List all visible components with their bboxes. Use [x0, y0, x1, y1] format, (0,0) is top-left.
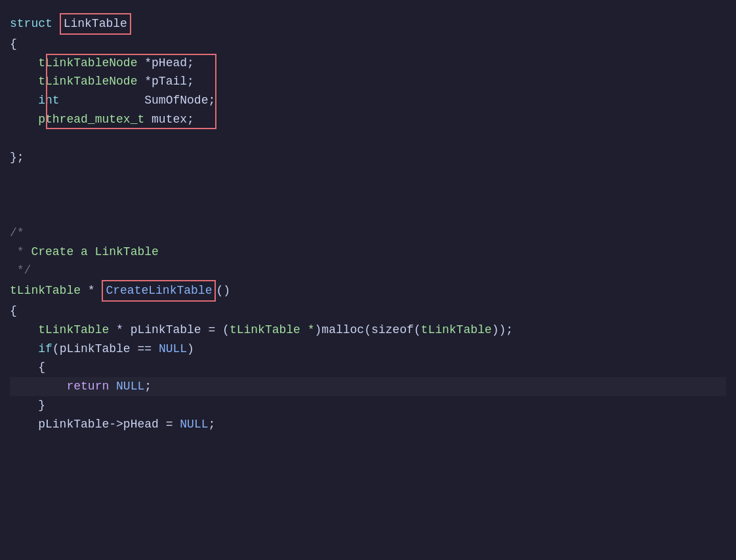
type-tlinktable: tLinkTable	[38, 321, 109, 340]
line-empty-4	[10, 205, 726, 224]
close-paren-cast: )	[315, 321, 322, 340]
null-3: NULL	[180, 415, 208, 434]
struct-name-boxed: LinkTable	[60, 13, 131, 35]
line-brace-open-1: {	[10, 35, 726, 54]
semi-1: ;	[187, 54, 194, 73]
comment-star: *	[10, 243, 31, 262]
line-malloc: tLinkTable * pLinkTable = (tLinkTable *)…	[10, 321, 726, 340]
field-phead: pHead	[152, 54, 187, 73]
line-if: if(pLinkTable == NULL)	[10, 340, 726, 359]
line-field-sum: int SumOfNode;	[10, 91, 726, 110]
if-paren-open: (	[52, 340, 60, 359]
return-type: tLinkTable	[10, 281, 81, 300]
line-field-ptail: tLinkTableNode *pTail;	[10, 72, 726, 91]
cast-type: tLinkTable *	[230, 321, 315, 340]
space-star: *	[81, 281, 102, 300]
spacing-int	[60, 91, 145, 110]
close-brace-semi-1: };	[10, 148, 24, 167]
indent	[10, 72, 38, 91]
semi-return: ;	[144, 377, 152, 396]
line-inner-brace-close: }	[10, 396, 726, 415]
indent	[10, 110, 38, 129]
space-star-2: *	[109, 321, 130, 340]
keyword-struct: struct	[10, 14, 60, 33]
field-phead-2: pHead	[123, 415, 159, 434]
indent	[10, 358, 38, 377]
ptr-1: *	[137, 54, 152, 73]
keyword-return: return	[66, 377, 109, 396]
semi-4: ;	[187, 110, 194, 129]
line-field-mutex: pthread_mutex_t mutex;	[10, 110, 726, 129]
line-comment-3: */	[10, 261, 726, 280]
var-plinktable: pLinkTable	[131, 321, 201, 340]
line-empty-3	[10, 186, 726, 205]
eq-paren: = (	[201, 321, 230, 340]
line-brace-close-1: };	[10, 148, 726, 167]
indent	[10, 377, 66, 396]
null-1: NULL	[159, 340, 187, 359]
line-struct: struct LinkTable	[10, 13, 726, 35]
fn-sizeof: sizeof	[371, 321, 414, 340]
line-inner-brace-open: {	[10, 358, 726, 377]
comment-close: */	[10, 261, 31, 280]
semi-assign: ;	[209, 415, 216, 434]
func-name-boxed-container: CreateLinkTable	[102, 280, 216, 302]
line-comment-2: * Create a LinkTable	[10, 243, 726, 262]
func-name: CreateLinkTable	[102, 280, 216, 302]
paren-sizeof: (	[414, 321, 421, 340]
comment-open: /*	[10, 224, 24, 243]
arrow: ->	[109, 415, 123, 434]
type-tlinktablenode-1: tLinkTableNode	[38, 54, 137, 73]
type-int: int	[38, 91, 59, 110]
type-pthread: pthread_mutex_t	[38, 110, 144, 129]
keyword-if: if	[38, 340, 52, 359]
indent	[10, 321, 38, 340]
inner-close-brace: }	[38, 396, 45, 415]
func-parens: ()	[216, 281, 230, 300]
op-assign: =	[159, 415, 180, 434]
close-parens: ));	[492, 321, 513, 340]
space-mutex	[144, 110, 152, 129]
inner-open-brace: {	[38, 358, 45, 377]
line-empty-1	[10, 129, 726, 148]
indent	[10, 91, 38, 110]
type-tlinktablenode-2: tLinkTableNode	[38, 72, 137, 91]
indent	[10, 54, 38, 73]
line-comment-1: /*	[10, 224, 726, 243]
var-plinktable-2: pLinkTable	[60, 340, 131, 359]
indent	[10, 396, 38, 415]
semi-2: ;	[187, 72, 194, 91]
indent	[10, 340, 38, 359]
semi-3: ;	[208, 91, 215, 110]
struct-body-container: tLinkTableNode *pHead; tLinkTableNode *p…	[10, 54, 726, 129]
open-brace-2: {	[10, 302, 17, 321]
op-eq: ==	[131, 340, 159, 359]
line-phead-assign: pLinkTable->pHead = NULL;	[10, 415, 726, 434]
field-ptail: pTail	[152, 72, 187, 91]
paren-sizeof-open: (	[364, 321, 371, 340]
open-brace-1: {	[10, 35, 17, 54]
line-return: return NULL;	[10, 377, 726, 396]
indent	[10, 415, 38, 434]
line-field-phead: tLinkTableNode *pHead;	[10, 54, 726, 73]
sizeof-type: tLinkTable	[421, 321, 492, 340]
line-empty-2	[10, 167, 726, 186]
line-brace-open-2: {	[10, 302, 726, 321]
code-editor: struct LinkTable { tLinkTableNode *pHead…	[0, 7, 736, 441]
var-plinktable-3: pLinkTable	[38, 415, 109, 434]
if-paren-close: )	[187, 340, 194, 359]
space-return	[109, 377, 116, 396]
line-func-decl: tLinkTable * CreateLinkTable()	[10, 280, 726, 302]
field-mutex: mutex	[152, 110, 187, 129]
fn-malloc: malloc	[321, 321, 364, 340]
comment-text: Create a LinkTable	[31, 243, 158, 262]
null-2: NULL	[116, 377, 144, 396]
struct-name: LinkTable	[60, 13, 131, 35]
field-sumofnode: SumOfNode	[144, 91, 208, 110]
ptr-2: *	[137, 72, 152, 91]
